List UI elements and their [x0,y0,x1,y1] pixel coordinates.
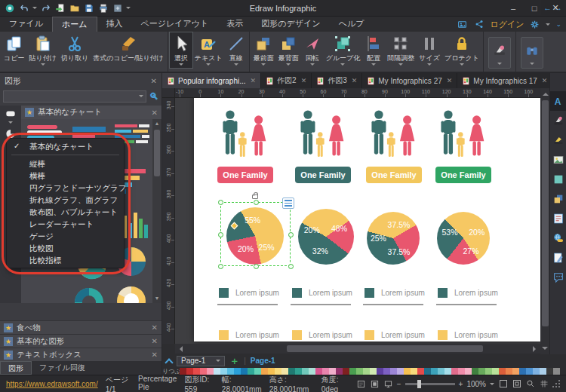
color-swatch[interactable] [343,368,349,375]
menu-tab-挿入[interactable]: 挿入 [97,17,132,32]
document-tab-My Infographics 27[interactable]: My Infographics 27✕ [362,73,457,88]
one-family-button-3[interactable]: One Family [366,167,422,183]
menu-item-縦棒[interactable]: 縦棒 [7,158,124,170]
search-input[interactable] [3,90,146,103]
view-normal-icon[interactable] [356,379,366,389]
library-scrollbar[interactable]: ▲ ▼ [152,119,161,303]
page-tab[interactable]: Page-1 [177,356,225,366]
color-swatch[interactable] [540,368,546,375]
document-tab-My Infographics 17[interactable]: My Infographics 17✕ [457,73,552,88]
color-swatch[interactable] [492,368,499,375]
login-button[interactable]: ログイン [490,19,524,30]
shapes-icon[interactable] [550,189,566,209]
dropdown-caret-icon[interactable] [460,63,464,68]
color-swatch[interactable] [444,368,451,375]
zoom-slider[interactable] [405,383,455,385]
color-swatch[interactable] [472,368,478,375]
dropdown-caret-icon[interactable] [371,63,376,68]
v-scroll-thumb[interactable] [542,100,549,326]
selection-handle[interactable] [254,200,259,205]
document-tab-Popular infographi...[interactable]: Popular infographi...✕ [162,73,261,88]
shape-category-button[interactable] [1,108,20,126]
one-family-button-4[interactable]: One Family [435,167,491,183]
ribbon-button-直線[interactable]: 直線 [225,32,248,68]
horizontal-scrollbar[interactable] [175,344,540,354]
tab-close-icon[interactable]: ✕ [447,77,453,84]
color-swatch[interactable] [336,368,343,375]
share-icon[interactable] [473,19,484,30]
color-swatch[interactable] [356,368,363,375]
gear-caret-icon[interactable] [546,23,550,28]
view-fit-icon[interactable] [370,379,380,389]
dropdown-caret-icon[interactable] [261,63,266,68]
selection-handle[interactable] [218,200,223,205]
dropdown-caret-icon[interactable] [41,63,45,68]
library-section-食べ物[interactable]: ★食べ物✕ [0,320,161,334]
scroll-up-icon[interactable]: ▲ [152,119,161,128]
menu-item-散布図、バブルチャート[interactable]: 散布図、バブルチャート [7,206,124,218]
color-swatch[interactable] [268,368,275,375]
family-group-4[interactable] [438,107,488,160]
dropdown-caret-icon[interactable] [234,63,238,68]
scroll-down-icon[interactable]: ▼ [152,294,161,303]
color-swatch[interactable] [417,368,424,375]
color-swatch[interactable] [465,368,472,375]
family-group-3[interactable] [369,107,419,160]
legend-item[interactable]: Lorem ipsum [219,330,279,340]
family-group-1[interactable] [220,107,270,160]
notes-icon[interactable] [550,209,566,228]
close-button[interactable]: ✕ [545,1,566,16]
color-swatch[interactable] [438,368,444,375]
scroll-right-icon[interactable] [533,346,539,352]
swatch-icon[interactable] [550,170,566,189]
color-swatch[interactable] [553,368,560,375]
menu-tab-ページレイアウト[interactable]: ページレイアウト [132,17,218,32]
color-swatch[interactable] [519,368,526,375]
color-swatch[interactable] [329,368,336,375]
redo-icon[interactable] [40,2,51,14]
website-link[interactable]: https://www.edrawsoft.com/ [6,380,98,388]
legend-item[interactable]: Lorem ipsum [438,288,498,298]
minimize-button[interactable]: – [503,1,524,16]
color-swatch[interactable] [227,368,234,375]
fill-tool-icon[interactable] [550,111,566,130]
ribbon-button-選択[interactable]: 選択 [170,32,192,68]
selection-handle[interactable] [288,232,294,237]
zoom-caret-icon[interactable] [490,383,494,387]
dropdown-caret-icon[interactable] [530,63,534,67]
ribbon-button-配置[interactable]: 配置 [362,32,385,68]
menu-item-比較指標[interactable]: 比較指標 [7,254,124,266]
color-swatch[interactable] [349,368,356,375]
add-page-button[interactable]: ＋ [229,354,239,368]
color-swatch[interactable] [383,368,390,375]
color-swatch[interactable] [180,368,186,375]
menu-tab-ヘルプ[interactable]: ヘルプ [330,17,374,32]
color-swatch[interactable] [302,368,309,375]
hyperlink-icon[interactable] [550,228,566,248]
color-swatch[interactable] [234,368,241,375]
ribbon-button-書式のコピー/貼り付け[interactable]: 書式のコピー/貼り付け [91,32,166,62]
color-swatch[interactable] [322,368,329,375]
legend-item[interactable]: Lorem ipsum [292,288,352,298]
ribbon-button-fill-style-icon[interactable] [488,37,511,69]
document-tab-作図3[interactable]: 作図3✕ [312,73,362,88]
ribbon-button-間隔調整[interactable]: 間隔調整 [385,32,417,68]
highlight-tool-icon[interactable] [550,130,566,150]
dropdown-caret-icon[interactable] [398,63,403,68]
dropdown-caret-icon[interactable] [427,63,432,68]
legend-item[interactable]: Lorem ipsum [365,288,425,298]
color-swatch[interactable] [315,368,322,375]
h-scroll-thumb[interactable] [287,345,483,352]
legend-item[interactable]: Lorem ipsum [292,330,352,340]
zoom-area-icon[interactable] [525,379,535,389]
color-swatch[interactable] [248,368,254,375]
color-swatch[interactable] [506,368,512,375]
menu-item-横棒[interactable]: 横棒 [7,170,124,182]
tab-close-icon[interactable]: ✕ [542,77,548,84]
library-section-基本的な図形[interactable]: ★基本的な図形✕ [0,334,161,348]
dropdown-caret-icon[interactable] [206,63,211,68]
dropdown-caret-icon[interactable] [497,63,502,67]
menu-item-円グラフとドーナツグラフ[interactable]: 円グラフとドーナツグラフ [7,182,124,194]
legend-item[interactable]: Lorem ipsum [438,330,498,340]
dropdown-caret-icon[interactable] [340,63,345,68]
